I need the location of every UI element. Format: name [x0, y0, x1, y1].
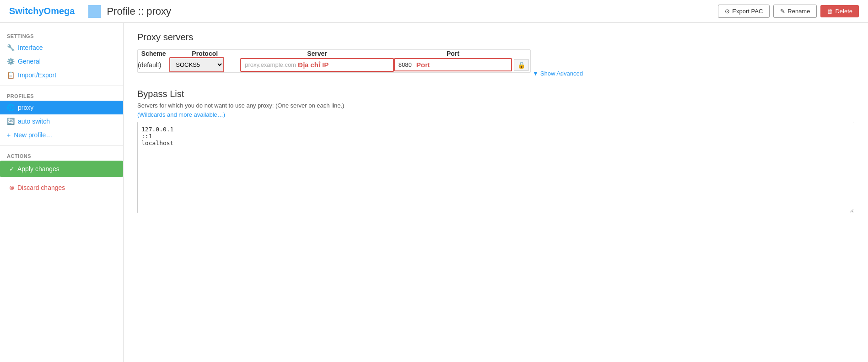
rename-icon: ✎ — [780, 8, 785, 15]
x-circle-icon: ⊗ — [9, 184, 15, 191]
trash-icon: 🗑 — [827, 8, 833, 15]
col-port: Port — [394, 50, 512, 57]
actions-section-label: ACTIONS — [0, 150, 123, 161]
server-placeholder: proxy.example.com — [245, 61, 296, 68]
discard-changes-button[interactable]: ⊗ Discard changes — [0, 179, 123, 196]
sidebar-item-import-export[interactable]: 📋 Import/Export — [0, 68, 123, 82]
profile-icon-box — [88, 5, 101, 18]
bypass-list-title: Bypass List — [137, 89, 854, 99]
col-server: Server — [240, 50, 394, 57]
proxy-servers-title: Proxy servers — [137, 32, 854, 43]
scheme-cell: (default) — [138, 57, 169, 72]
globe-icon: 🌐 — [7, 104, 15, 111]
server-cell: proxy.example.com Địa chỉ IP — [240, 57, 394, 72]
protocol-cell: SOCKS5 SOCKS4 HTTP HTTPS — [169, 57, 240, 72]
app-logo[interactable]: SwitchyOmega — [9, 6, 75, 16]
sidebar: SETTINGS 🔧 Interface ⚙️ General 📋 Import… — [0, 23, 124, 362]
sidebar-item-new-profile[interactable]: + New profile… — [0, 128, 123, 142]
sidebar-divider-2 — [0, 146, 123, 146]
proxy-servers-table-container: Scheme Protocol Server Port (default) SO… — [137, 49, 531, 73]
settings-section-label: SETTINGS — [0, 30, 123, 41]
bypass-textarea[interactable]: 127.0.0.1 ::1 localhost — [137, 122, 854, 213]
port-input[interactable] — [430, 61, 507, 68]
sidebar-divider-1 — [0, 86, 123, 86]
export-pac-button[interactable]: ⊙ Export PAC — [718, 5, 770, 18]
page-title: Profile :: proxy — [107, 5, 171, 17]
header-actions: ⊙ Export PAC ✎ Rename 🗑 Delete — [718, 5, 859, 18]
bypass-list-description: Servers for which you do not want to use… — [137, 102, 854, 109]
header: SwitchyOmega Profile :: proxy ⊙ Export P… — [0, 0, 868, 23]
lock-button[interactable]: 🔒 — [514, 59, 529, 71]
protocol-select[interactable]: SOCKS5 SOCKS4 HTTP HTTPS — [169, 57, 224, 72]
delete-button[interactable]: 🗑 Delete — [820, 5, 859, 17]
page-title-area: Profile :: proxy — [88, 5, 718, 18]
col-protocol: Protocol — [169, 50, 240, 57]
proxy-servers-table: Scheme Protocol Server Port (default) SO… — [138, 50, 530, 72]
plus-icon: + — [7, 131, 11, 139]
proxy-row: (default) SOCKS5 SOCKS4 HTTP HTTPS p — [138, 57, 530, 72]
port-cell: 8080 Port — [394, 57, 512, 72]
sidebar-item-interface[interactable]: 🔧 Interface — [0, 41, 123, 54]
ip-annotation: Địa chỉ IP — [298, 61, 329, 69]
server-input[interactable] — [329, 61, 389, 68]
lock-cell: 🔒 — [512, 57, 530, 72]
check-icon: ✓ — [9, 165, 15, 173]
profiles-section-label: PROFILES — [0, 90, 123, 101]
col-lock — [512, 50, 530, 57]
gear-icon: ⚙️ — [7, 58, 15, 65]
port-value: 8080 — [399, 61, 412, 68]
rename-button[interactable]: ✎ Rename — [773, 5, 817, 18]
main-content: Proxy servers Scheme Protocol Server Por… — [124, 23, 868, 362]
main-layout: SETTINGS 🔧 Interface ⚙️ General 📋 Import… — [0, 23, 868, 362]
sidebar-item-proxy[interactable]: 🌐 proxy — [0, 101, 123, 114]
wrench-icon: 🔧 — [7, 44, 15, 51]
chevron-down-icon: ▼ — [533, 70, 539, 77]
import-export-icon: 📋 — [7, 71, 15, 79]
show-advanced-link[interactable]: ▼ Show Advanced — [533, 67, 583, 80]
col-scheme: Scheme — [138, 50, 169, 57]
bypass-list-link[interactable]: (Wildcards and more available…) — [137, 111, 225, 118]
sidebar-item-auto-switch[interactable]: 🔄 auto switch — [0, 114, 123, 128]
port-annotation: Port — [416, 61, 430, 69]
switch-icon: 🔄 — [7, 118, 15, 125]
export-icon: ⊙ — [725, 8, 730, 15]
sidebar-item-general[interactable]: ⚙️ General — [0, 54, 123, 68]
apply-changes-button[interactable]: ✓ Apply changes — [0, 161, 123, 177]
